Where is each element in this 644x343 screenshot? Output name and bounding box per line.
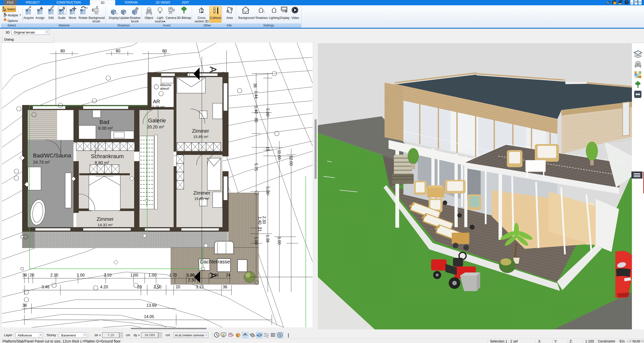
svg-text:14.32 m²: 14.32 m² [98, 223, 112, 227]
svg-text:8.00 m²: 8.00 m² [98, 126, 113, 131]
svg-text:2.30: 2.30 [188, 278, 196, 282]
svg-text:1.40: 1.40 [254, 106, 258, 114]
svg-text:36: 36 [22, 303, 27, 307]
svg-text:36: 36 [223, 285, 227, 289]
svg-text:8.80 m²: 8.80 m² [95, 160, 109, 165]
svg-text:5.75: 5.75 [254, 163, 258, 171]
svg-text:15: 15 [266, 147, 270, 151]
svg-text:?: ? [626, 1, 628, 4]
svg-text:15.85 m²: 15.85 m² [193, 134, 208, 139]
svg-text:1.40: 1.40 [258, 217, 262, 224]
svg-text:4.20: 4.20 [100, 285, 108, 289]
svg-text:1.00: 1.00 [77, 273, 85, 277]
svg-text:1.00: 1.00 [254, 237, 258, 245]
svg-text:1.44: 1.44 [254, 91, 258, 98]
svg-text:80: 80 [116, 49, 120, 53]
svg-text:AR: AR [153, 99, 160, 104]
svg-text:Dachterrasse: Dachterrasse [200, 259, 230, 264]
svg-text:1.00: 1.00 [277, 237, 281, 245]
svg-text:abwurf: abwurf [160, 87, 169, 90]
svg-text:13.69: 13.69 [146, 303, 157, 307]
svg-text:20: 20 [30, 273, 34, 277]
svg-text:Zimmer: Zimmer [97, 216, 114, 222]
svg-text:1.00: 1.00 [148, 273, 156, 277]
svg-text:Galerie: Galerie [148, 117, 166, 124]
svg-text:1.70: 1.70 [169, 273, 177, 277]
svg-text:N: N [279, 333, 281, 336]
svg-text:Schrankraum: Schrankraum [91, 153, 124, 159]
svg-text:80: 80 [60, 49, 65, 53]
svg-text:80: 80 [162, 49, 167, 53]
svg-text:11.00: 11.00 [277, 150, 281, 160]
svg-text:?: ? [230, 8, 232, 11]
svg-text:A: A [208, 66, 218, 73]
svg-text:2.35: 2.35 [211, 273, 219, 277]
svg-text:2.75 m²: 2.75 m² [152, 105, 165, 109]
svg-text:Bad/WC/Sauna: Bad/WC/Sauna [33, 152, 71, 159]
svg-text:2.10: 2.10 [104, 273, 111, 277]
svg-text:20.20 m²: 20.20 m² [147, 125, 164, 129]
svg-text:2.10: 2.10 [50, 273, 58, 277]
svg-text:5.06⁵: 5.06⁵ [266, 186, 270, 196]
svg-text:Zimmer: Zimmer [192, 128, 209, 134]
svg-text:36: 36 [22, 273, 27, 277]
svg-text:24: 24 [226, 273, 231, 277]
svg-text:24.73 m²: 24.73 m² [33, 160, 50, 165]
svg-text:1.00: 1.00 [130, 273, 138, 277]
svg-text:3.13: 3.13 [196, 285, 204, 289]
svg-text:80: 80 [254, 118, 258, 122]
svg-text:12.00: 12.00 [289, 156, 293, 166]
svg-text:20: 20 [137, 285, 142, 289]
svg-text:21: 21 [258, 227, 262, 232]
svg-text:Bad: Bad [99, 119, 109, 125]
svg-text:20: 20 [176, 285, 180, 289]
svg-text:2.50: 2.50 [154, 285, 161, 289]
svg-text:3.46: 3.46 [42, 285, 49, 289]
svg-text:1.36: 1.36 [266, 235, 270, 243]
svg-text:14.05: 14.05 [144, 315, 154, 319]
svg-text:2.30: 2.30 [262, 216, 266, 224]
svg-text:5.06⁵: 5.06⁵ [266, 108, 270, 118]
svg-text:36: 36 [253, 83, 257, 88]
svg-text:1.00: 1.00 [187, 273, 195, 277]
svg-text:Wäsche-: Wäsche- [160, 83, 172, 87]
